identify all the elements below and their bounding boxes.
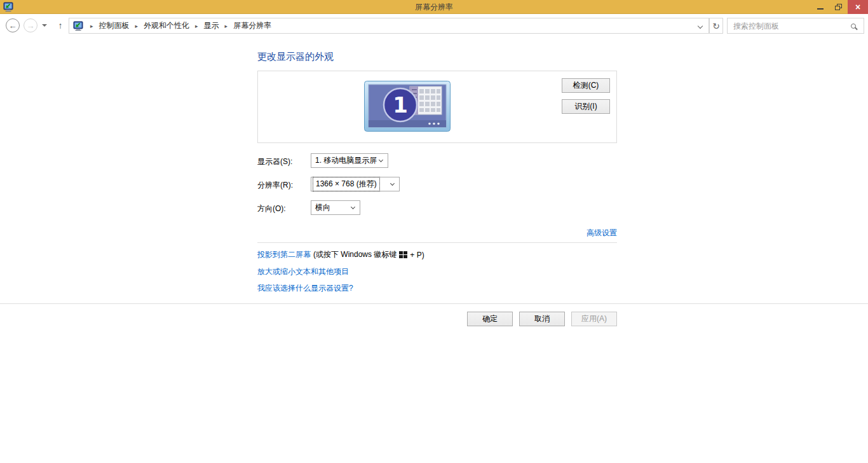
- address-bar[interactable]: ▸ 控制面板 ▸ 外观和个性化 ▸ 显示 ▸ 屏幕分辨率: [69, 18, 709, 34]
- which-settings-row: 我应该选择什么显示器设置?: [257, 283, 353, 294]
- project-hint-after: + P): [410, 251, 424, 259]
- search-input[interactable]: [728, 22, 851, 31]
- resolution-select[interactable]: 1366 × 768 (推荐): [311, 177, 400, 191]
- close-icon: ×: [855, 3, 860, 11]
- display-location-icon: [73, 21, 83, 31]
- back-icon: ←: [9, 21, 17, 31]
- windows-logo-icon: [399, 251, 407, 258]
- restore-icon: [835, 4, 842, 10]
- breadcrumb-separator-icon: ▸: [225, 23, 228, 29]
- breadcrumb-appearance-personalization[interactable]: 外观和个性化: [142, 20, 191, 31]
- back-button[interactable]: ←: [6, 18, 20, 32]
- display-label: 显示器(S):: [257, 156, 292, 167]
- which-settings-link[interactable]: 我应该选择什么显示器设置?: [257, 284, 353, 293]
- footer-divider: [0, 303, 868, 304]
- orientation-select-value: 横向: [311, 202, 330, 213]
- advanced-settings-link[interactable]: 高级设置: [587, 228, 617, 237]
- forward-button[interactable]: →: [24, 18, 37, 32]
- monitor-preview[interactable]: 1: [364, 81, 451, 132]
- search-icon: [851, 24, 856, 29]
- recent-pages-dropdown[interactable]: [42, 24, 47, 27]
- breadcrumb-screen-resolution[interactable]: 屏幕分辨率: [232, 20, 273, 31]
- minimize-icon: [817, 8, 824, 10]
- detect-button[interactable]: 检测(C): [562, 78, 610, 93]
- breadcrumb-separator-icon: ▸: [135, 23, 139, 29]
- refresh-icon: ↻: [712, 21, 720, 31]
- magnify-text-link[interactable]: 放大或缩小文本和其他项目: [257, 267, 349, 276]
- display-select-value: 1. 移动电脑显示屏: [311, 155, 377, 166]
- address-dropdown-icon[interactable]: [698, 24, 703, 29]
- orientation-select[interactable]: 横向: [311, 200, 360, 215]
- caption-buttons: ×: [811, 0, 868, 14]
- breadcrumb-display[interactable]: 显示: [203, 20, 220, 31]
- apply-button[interactable]: 应用(A): [571, 312, 617, 326]
- project-second-screen-row: 投影到第二屏幕 (或按下 Windows 徽标键 + P): [257, 249, 424, 260]
- breadcrumb-separator-icon: ▸: [195, 23, 198, 29]
- orientation-label: 方向(O):: [257, 204, 286, 214]
- breadcrumb-control-panel[interactable]: 控制面板: [98, 20, 131, 31]
- identify-button[interactable]: 识别(I): [562, 99, 610, 114]
- resolution-select-value: 1366 × 768 (推荐): [313, 177, 380, 191]
- chevron-down-icon: [390, 181, 395, 186]
- breadcrumb-separator-icon: ▸: [90, 23, 93, 29]
- search-box: [727, 18, 864, 34]
- page-title: 更改显示器的外观: [257, 51, 334, 63]
- forward-icon: →: [27, 21, 35, 31]
- chevron-down-icon: [351, 205, 355, 209]
- restore-button[interactable]: [829, 0, 848, 14]
- project-hint-before: (或按下 Windows 徽标键: [313, 249, 397, 260]
- advanced-settings-row: 高级设置: [257, 228, 617, 238]
- chevron-down-icon: [379, 158, 383, 162]
- minimize-button[interactable]: [811, 0, 829, 14]
- titlebar: 屏幕分辨率 ×: [0, 0, 868, 14]
- section-divider: [257, 242, 617, 243]
- screen-resolution-window: 屏幕分辨率 × ← → ↑ ▸ 控制面板 ▸ 外观和个性化 ▸ 显示 ▸ 屏幕分: [0, 0, 868, 463]
- project-second-screen-link[interactable]: 投影到第二屏幕: [257, 249, 311, 260]
- monitor-number: 1: [393, 92, 408, 118]
- up-button[interactable]: ↑: [53, 18, 67, 32]
- display-select[interactable]: 1. 移动电脑显示屏: [311, 153, 388, 168]
- ok-button[interactable]: 确定: [467, 312, 513, 326]
- refresh-button[interactable]: ↻: [709, 18, 723, 34]
- cancel-button[interactable]: 取消: [519, 312, 565, 326]
- up-icon: ↑: [58, 20, 63, 31]
- resolution-label: 分辨率(R):: [257, 180, 293, 191]
- close-button[interactable]: ×: [848, 0, 868, 14]
- window-title: 屏幕分辨率: [0, 0, 868, 14]
- magnify-row: 放大或缩小文本和其他项目: [257, 266, 349, 277]
